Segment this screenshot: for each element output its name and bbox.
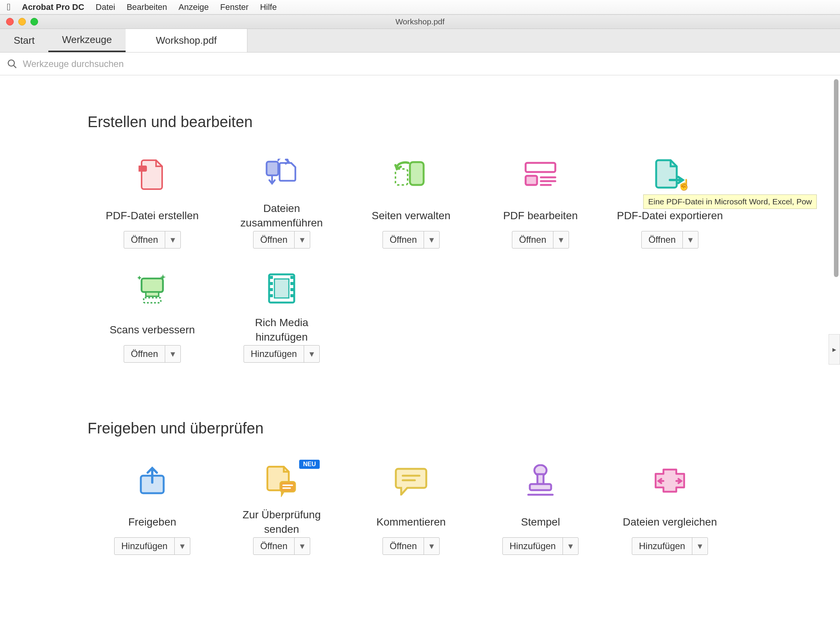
tab-document[interactable]: Workshop.pdf [126, 29, 247, 52]
tool-export-pdf[interactable]: ☝️ Eine PDF-Datei in Microsoft Word, Exc… [605, 157, 735, 249]
tools-searchbar [0, 53, 840, 75]
export-pdf-icon [653, 157, 687, 191]
dropdown-arrow-icon[interactable]: ▾ [304, 346, 319, 362]
tool-label: Freigeben [128, 507, 176, 537]
dropdown-arrow-icon[interactable]: ▾ [563, 538, 578, 554]
tool-organize-pages[interactable]: Seiten verwalten Öffnen ▾ [346, 157, 476, 249]
add-button[interactable]: Hinzufügen ▾ [632, 537, 708, 555]
add-button[interactable]: Hinzufügen ▾ [244, 345, 320, 363]
dropdown-arrow-icon[interactable]: ▾ [175, 538, 190, 554]
tool-create-pdf[interactable]: PDF-Datei erstellen Öffnen ▾ [88, 157, 217, 249]
tool-label: Dateien zusammenführen [228, 201, 335, 231]
svg-rect-18 [270, 288, 273, 291]
open-button[interactable]: Öffnen ▾ [383, 537, 440, 555]
dropdown-arrow-icon[interactable]: ▾ [295, 231, 310, 248]
open-button[interactable]: Öffnen ▾ [641, 231, 699, 249]
menu-datei[interactable]: Datei [96, 2, 115, 12]
svg-rect-4 [410, 162, 424, 185]
open-button-main[interactable]: Öffnen [253, 538, 295, 554]
open-button-main[interactable]: Öffnen [124, 346, 166, 362]
dropdown-arrow-icon[interactable]: ▾ [683, 231, 698, 248]
svg-rect-5 [395, 169, 408, 185]
comment-icon [394, 464, 428, 498]
dropdown-arrow-icon[interactable]: ▾ [424, 231, 439, 248]
dropdown-arrow-icon[interactable]: ▾ [295, 538, 310, 554]
svg-rect-3 [266, 162, 278, 175]
menu-hilfe[interactable]: Hilfe [260, 2, 277, 12]
tool-label: Zur Überprüfung senden [228, 507, 335, 537]
dropdown-arrow-icon[interactable]: ▾ [553, 231, 569, 248]
svg-rect-11 [142, 279, 163, 292]
open-button-main[interactable]: Öffnen [124, 231, 166, 248]
new-badge: NEU [299, 460, 320, 469]
menu-fenster[interactable]: Fenster [220, 2, 249, 12]
search-input[interactable] [23, 59, 833, 69]
window-title: Workshop.pdf [0, 17, 840, 26]
add-button[interactable]: Hinzufügen ▾ [114, 537, 190, 555]
add-button-main[interactable]: Hinzufügen [115, 538, 175, 554]
open-button-main[interactable]: Öffnen [383, 538, 424, 554]
menu-bearbeiten[interactable]: Bearbeiten [127, 2, 167, 12]
add-button[interactable]: Hinzufügen ▾ [502, 537, 579, 555]
tool-stamp[interactable]: Stempel Hinzufügen ▾ [476, 464, 605, 555]
svg-rect-21 [290, 282, 293, 285]
svg-rect-23 [290, 294, 293, 297]
add-button-main[interactable]: Hinzufügen [503, 538, 563, 554]
open-button-main[interactable]: Öffnen [642, 231, 683, 248]
open-button-main[interactable]: Öffnen [253, 231, 295, 248]
tool-enhance-scans[interactable]: Scans verbessern Öffnen ▾ [88, 271, 217, 363]
tab-start[interactable]: Start [0, 29, 48, 52]
open-button[interactable]: Öffnen ▾ [253, 231, 311, 249]
open-button[interactable]: Öffnen ▾ [512, 231, 569, 249]
combine-files-icon [265, 157, 299, 191]
tool-combine-files[interactable]: Dateien zusammenführen Öffnen ▾ [217, 157, 346, 249]
tool-share[interactable]: Freigeben Hinzufügen ▾ [88, 464, 217, 555]
apple-icon:  [7, 1, 11, 13]
export-tooltip: Eine PDF-Datei in Microsoft Word, Excel,… [643, 194, 817, 209]
section-share-title: Freigeben und überprüfen [88, 420, 752, 437]
open-button[interactable]: Öffnen ▾ [253, 537, 311, 555]
svg-point-0 [8, 60, 14, 66]
add-button-main[interactable]: Hinzufügen [244, 346, 304, 362]
tool-comment[interactable]: Kommentieren Öffnen ▾ [346, 464, 476, 555]
scrollbar-thumb[interactable] [834, 79, 838, 277]
chevron-right-icon: ▸ [832, 345, 836, 354]
open-button[interactable]: Öffnen ▾ [383, 231, 440, 249]
open-button-main[interactable]: Öffnen [512, 231, 554, 248]
tool-label: Stempel [521, 507, 560, 537]
compare-icon [653, 464, 687, 498]
tool-label: Kommentieren [376, 507, 446, 537]
open-button[interactable]: Öffnen ▾ [124, 231, 181, 249]
tool-compare[interactable]: Dateien vergleichen Hinzufügen ▾ [605, 464, 735, 555]
svg-rect-19 [270, 294, 273, 297]
tool-label: Rich Media hinzufügen [228, 315, 335, 345]
tab-werkzeuge[interactable]: Werkzeuge [48, 29, 126, 52]
tools-panel: Erstellen und bearbeiten PDF-Datei erste… [0, 75, 840, 634]
app-name[interactable]: Acrobat Pro DC [22, 2, 84, 12]
create-pdf-icon [135, 157, 169, 191]
stamp-icon [523, 464, 558, 498]
expand-pane-button[interactable]: ▸ [829, 334, 840, 365]
svg-rect-25 [280, 482, 295, 492]
window-titlebar: Workshop.pdf [0, 14, 840, 29]
dropdown-arrow-icon[interactable]: ▾ [692, 538, 708, 554]
tool-send-review[interactable]: NEU Zur Überprüfung senden Öffnen ▾ [217, 464, 346, 555]
share-icon [135, 464, 169, 498]
svg-rect-16 [270, 276, 273, 279]
enhance-scans-icon [135, 271, 169, 306]
tool-rich-media[interactable]: Rich Media hinzufügen Hinzufügen ▾ [217, 271, 346, 363]
svg-rect-32 [530, 484, 551, 490]
open-button[interactable]: Öffnen ▾ [124, 345, 181, 363]
open-button-main[interactable]: Öffnen [383, 231, 424, 248]
share-tools-grid: Freigeben Hinzufügen ▾ NEU [88, 464, 752, 555]
tool-edit-pdf[interactable]: PDF bearbeiten Öffnen ▾ [476, 157, 605, 249]
svg-rect-17 [270, 282, 273, 285]
dropdown-arrow-icon[interactable]: ▾ [424, 538, 439, 554]
search-icon [7, 59, 18, 69]
tool-label: PDF-Datei erstellen [106, 201, 199, 231]
dropdown-arrow-icon[interactable]: ▾ [165, 231, 180, 248]
menu-anzeige[interactable]: Anzeige [179, 2, 209, 12]
tool-label: PDF bearbeiten [503, 201, 578, 231]
dropdown-arrow-icon[interactable]: ▾ [165, 346, 180, 362]
add-button-main[interactable]: Hinzufügen [632, 538, 692, 554]
